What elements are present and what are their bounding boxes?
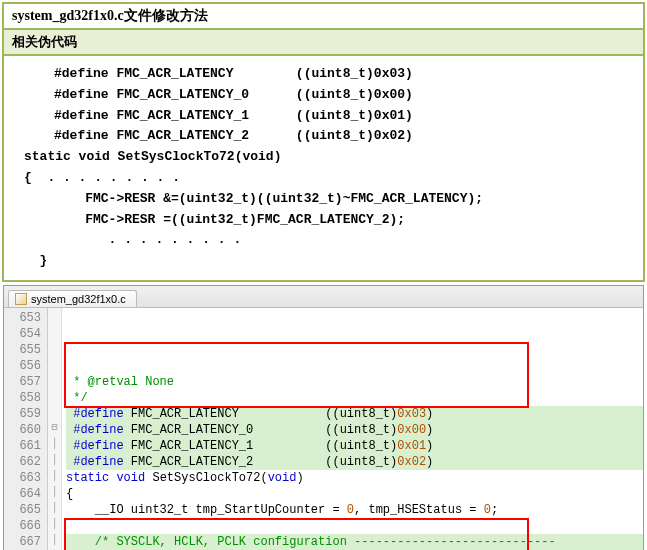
line-number-gutter: 6536546556566576586596606616626636646656… [4,308,48,550]
pseudo-code-line: static void SetSysClockTo72(void) [24,147,633,168]
line-number: 658 [8,390,41,406]
fold-marker-icon: │ [48,484,61,500]
editor-tab[interactable]: system_gd32f1x0.c [8,290,137,307]
fold-marker-icon [48,324,61,340]
code-editor: system_gd32f1x0.c 6536546556566576586596… [3,285,644,550]
code-area: 6536546556566576586596606616626636646656… [4,308,643,550]
fold-marker-icon [48,404,61,420]
tab-label: system_gd32f1x0.c [31,293,126,305]
pseudo-code-line: FMC->RESR &=(uint32_t)((uint32_t)~FMC_AC… [54,189,633,210]
code-line[interactable] [66,518,643,534]
code-line[interactable]: static void SetSysClockTo72(void) [66,470,643,486]
line-number: 653 [8,310,41,326]
line-number: 667 [8,534,41,550]
pseudo-code-line: #define FMC_ACR_LATENCY_0 ((uint8_t)0x00… [54,85,633,106]
line-number: 663 [8,470,41,486]
line-number: 662 [8,454,41,470]
fold-marker-icon: │ [48,532,61,548]
fold-marker-icon [48,308,61,324]
code-line[interactable]: */ [66,390,643,406]
fold-column: ⊟│││││││││⊟ [48,308,62,550]
code-lines[interactable]: * @retval None */ #define FMC_ACR_LATENC… [62,308,643,550]
fold-marker-icon: │ [48,436,61,452]
fold-marker-icon: │ [48,516,61,532]
line-number: 656 [8,358,41,374]
code-line[interactable]: { [66,486,643,502]
line-number: 666 [8,518,41,534]
section-title: system_gd32f1x0.c文件修改方法 [4,4,643,30]
pseudo-code-line: { . . . . . . . . . [24,168,633,189]
pseudo-code-line: #define FMC_ACR_LATENCY_2 ((uint8_t)0x02… [54,126,633,147]
code-line[interactable]: #define FMC_ACR_LATENCY_1 ((uint8_t)0x01… [66,438,643,454]
fold-marker-icon: │ [48,468,61,484]
code-line[interactable]: #define FMC_ACR_LATENCY_2 ((uint8_t)0x02… [66,454,643,470]
pseudo-code-block: #define FMC_ACR_LATENCY ((uint8_t)0x03)#… [4,56,643,280]
code-line[interactable]: #define FMC_ACR_LATENCY_0 ((uint8_t)0x00… [66,422,643,438]
line-number: 659 [8,406,41,422]
fold-marker-icon: │ [48,500,61,516]
pseudo-code-line: FMC->RESR =((uint32_t)FMC_ACR_LATENCY_2)… [54,210,633,231]
code-line[interactable]: __IO uint32_t tmp_StartUpCounter = 0, tm… [66,502,643,518]
line-number: 661 [8,438,41,454]
code-line[interactable]: * @retval None [66,374,643,390]
line-number: 657 [8,374,41,390]
pseudo-code-line: #define FMC_ACR_LATENCY ((uint8_t)0x03) [54,64,633,85]
pseudo-code-line: #define FMC_ACR_LATENCY_1 ((uint8_t)0x01… [54,106,633,127]
editor-tab-bar: system_gd32f1x0.c [4,286,643,308]
fold-marker-icon: │ [48,452,61,468]
line-number: 664 [8,486,41,502]
fold-marker-icon [48,340,61,356]
fold-marker-icon [48,372,61,388]
line-number: 660 [8,422,41,438]
code-line[interactable]: #define FMC_ACR_LATENCY ((uint8_t)0x03) [66,406,643,422]
doc-section: system_gd32f1x0.c文件修改方法 相关伪代码 #define FM… [2,2,645,282]
fold-marker-icon[interactable]: ⊟ [48,420,61,436]
pseudo-code-line: . . . . . . . . . [54,230,633,251]
fold-marker-icon [48,388,61,404]
line-number: 654 [8,326,41,342]
line-number: 655 [8,342,41,358]
section-subtitle: 相关伪代码 [4,30,643,56]
pseudo-code-line: } [24,251,633,272]
file-icon [15,293,27,305]
code-line[interactable]: /* SYSCLK, HCLK, PCLK configuration ----… [66,534,643,550]
line-number: 665 [8,502,41,518]
fold-marker-icon [48,356,61,372]
